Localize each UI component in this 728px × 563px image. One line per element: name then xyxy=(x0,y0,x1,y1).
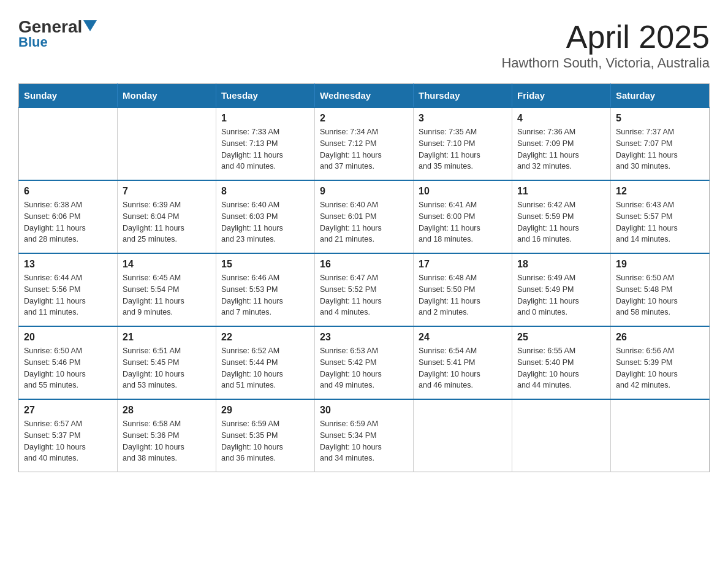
day-info: Sunrise: 6:48 AM Sunset: 5:50 PM Dayligh… xyxy=(419,272,507,318)
day-number: 1 xyxy=(221,113,309,124)
day-info: Sunrise: 6:55 AM Sunset: 5:40 PM Dayligh… xyxy=(517,345,605,391)
calendar-body: 1Sunrise: 7:33 AM Sunset: 7:13 PM Daylig… xyxy=(19,107,710,472)
day-number: 25 xyxy=(517,332,605,343)
day-of-week-header: Sunday xyxy=(19,84,118,108)
calendar-week-row: 20Sunrise: 6:50 AM Sunset: 5:46 PM Dayli… xyxy=(19,326,710,399)
day-number: 21 xyxy=(123,332,211,343)
calendar-cell: 24Sunrise: 6:54 AM Sunset: 5:41 PM Dayli… xyxy=(414,326,512,399)
calendar-cell xyxy=(19,107,118,180)
day-info: Sunrise: 6:45 AM Sunset: 5:54 PM Dayligh… xyxy=(123,272,211,318)
logo-general: General xyxy=(18,18,82,36)
day-number: 10 xyxy=(419,186,507,197)
calendar-cell: 16Sunrise: 6:47 AM Sunset: 5:52 PM Dayli… xyxy=(315,253,414,326)
day-info: Sunrise: 7:34 AM Sunset: 7:12 PM Dayligh… xyxy=(320,126,408,172)
day-info: Sunrise: 6:42 AM Sunset: 5:59 PM Dayligh… xyxy=(517,199,605,245)
day-number: 23 xyxy=(320,332,408,343)
calendar-cell: 11Sunrise: 6:42 AM Sunset: 5:59 PM Dayli… xyxy=(512,180,611,253)
calendar-week-row: 6Sunrise: 6:38 AM Sunset: 6:06 PM Daylig… xyxy=(19,180,710,253)
page-title: April 2025 xyxy=(501,18,710,55)
day-info: Sunrise: 6:59 AM Sunset: 5:35 PM Dayligh… xyxy=(221,418,309,464)
day-info: Sunrise: 7:33 AM Sunset: 7:13 PM Dayligh… xyxy=(221,126,309,172)
day-of-week-header: Friday xyxy=(512,84,611,108)
calendar-cell: 22Sunrise: 6:52 AM Sunset: 5:44 PM Dayli… xyxy=(216,326,315,399)
calendar-cell: 12Sunrise: 6:43 AM Sunset: 5:57 PM Dayli… xyxy=(611,180,710,253)
day-info: Sunrise: 6:49 AM Sunset: 5:49 PM Dayligh… xyxy=(517,272,605,318)
day-number: 26 xyxy=(616,332,704,343)
calendar-cell: 3Sunrise: 7:35 AM Sunset: 7:10 PM Daylig… xyxy=(414,107,512,180)
calendar-cell: 18Sunrise: 6:49 AM Sunset: 5:49 PM Dayli… xyxy=(512,253,611,326)
day-info: Sunrise: 6:52 AM Sunset: 5:44 PM Dayligh… xyxy=(221,345,309,391)
title-block: April 2025 Hawthorn South, Victoria, Aus… xyxy=(501,18,710,71)
calendar-cell: 28Sunrise: 6:58 AM Sunset: 5:36 PM Dayli… xyxy=(118,399,216,472)
calendar-cell: 9Sunrise: 6:40 AM Sunset: 6:01 PM Daylig… xyxy=(315,180,414,253)
calendar-table: SundayMondayTuesdayWednesdayThursdayFrid… xyxy=(18,83,710,472)
day-info: Sunrise: 7:37 AM Sunset: 7:07 PM Dayligh… xyxy=(616,126,704,172)
day-number: 17 xyxy=(419,259,507,270)
svg-marker-0 xyxy=(83,20,97,31)
day-info: Sunrise: 6:43 AM Sunset: 5:57 PM Dayligh… xyxy=(616,199,704,245)
day-info: Sunrise: 6:51 AM Sunset: 5:45 PM Dayligh… xyxy=(123,345,211,391)
calendar-cell: 25Sunrise: 6:55 AM Sunset: 5:40 PM Dayli… xyxy=(512,326,611,399)
day-number: 30 xyxy=(320,405,408,416)
day-info: Sunrise: 6:57 AM Sunset: 5:37 PM Dayligh… xyxy=(24,418,112,464)
day-of-week-header: Saturday xyxy=(611,84,710,108)
day-number: 5 xyxy=(616,113,704,124)
day-of-week-header: Monday xyxy=(118,84,216,108)
calendar-cell: 21Sunrise: 6:51 AM Sunset: 5:45 PM Dayli… xyxy=(118,326,216,399)
day-info: Sunrise: 6:50 AM Sunset: 5:48 PM Dayligh… xyxy=(616,272,704,318)
calendar-cell: 10Sunrise: 6:41 AM Sunset: 6:00 PM Dayli… xyxy=(414,180,512,253)
day-info: Sunrise: 6:39 AM Sunset: 6:04 PM Dayligh… xyxy=(123,199,211,245)
calendar-cell: 14Sunrise: 6:45 AM Sunset: 5:54 PM Dayli… xyxy=(118,253,216,326)
day-info: Sunrise: 6:38 AM Sunset: 6:06 PM Dayligh… xyxy=(24,199,112,245)
logo-triangle-icon xyxy=(83,20,97,31)
calendar-cell: 27Sunrise: 6:57 AM Sunset: 5:37 PM Dayli… xyxy=(19,399,118,472)
calendar-cell: 20Sunrise: 6:50 AM Sunset: 5:46 PM Dayli… xyxy=(19,326,118,399)
day-number: 18 xyxy=(517,259,605,270)
day-of-week-header: Tuesday xyxy=(216,84,315,108)
logo-blue: Blue xyxy=(18,34,48,50)
day-info: Sunrise: 7:36 AM Sunset: 7:09 PM Dayligh… xyxy=(517,126,605,172)
calendar-cell: 29Sunrise: 6:59 AM Sunset: 5:35 PM Dayli… xyxy=(216,399,315,472)
calendar-cell: 5Sunrise: 7:37 AM Sunset: 7:07 PM Daylig… xyxy=(611,107,710,180)
calendar-cell: 23Sunrise: 6:53 AM Sunset: 5:42 PM Dayli… xyxy=(315,326,414,399)
day-info: Sunrise: 6:50 AM Sunset: 5:46 PM Dayligh… xyxy=(24,345,112,391)
day-info: Sunrise: 6:40 AM Sunset: 6:01 PM Dayligh… xyxy=(320,199,408,245)
day-number: 7 xyxy=(123,186,211,197)
calendar-cell xyxy=(414,399,512,472)
calendar-cell: 17Sunrise: 6:48 AM Sunset: 5:50 PM Dayli… xyxy=(414,253,512,326)
calendar-cell: 13Sunrise: 6:44 AM Sunset: 5:56 PM Dayli… xyxy=(19,253,118,326)
day-info: Sunrise: 6:58 AM Sunset: 5:36 PM Dayligh… xyxy=(123,418,211,464)
day-info: Sunrise: 6:44 AM Sunset: 5:56 PM Dayligh… xyxy=(24,272,112,318)
calendar-cell xyxy=(512,399,611,472)
calendar-cell: 1Sunrise: 7:33 AM Sunset: 7:13 PM Daylig… xyxy=(216,107,315,180)
day-number: 11 xyxy=(517,186,605,197)
day-number: 22 xyxy=(221,332,309,343)
day-info: Sunrise: 6:56 AM Sunset: 5:39 PM Dayligh… xyxy=(616,345,704,391)
day-number: 19 xyxy=(616,259,704,270)
logo: General Blue xyxy=(18,18,97,50)
day-info: Sunrise: 6:53 AM Sunset: 5:42 PM Dayligh… xyxy=(320,345,408,391)
calendar-cell: 30Sunrise: 6:59 AM Sunset: 5:34 PM Dayli… xyxy=(315,399,414,472)
day-number: 13 xyxy=(24,259,112,270)
day-number: 3 xyxy=(419,113,507,124)
day-number: 15 xyxy=(221,259,309,270)
calendar-cell: 6Sunrise: 6:38 AM Sunset: 6:06 PM Daylig… xyxy=(19,180,118,253)
day-info: Sunrise: 6:41 AM Sunset: 6:00 PM Dayligh… xyxy=(419,199,507,245)
day-number: 14 xyxy=(123,259,211,270)
day-number: 8 xyxy=(221,186,309,197)
calendar-week-row: 13Sunrise: 6:44 AM Sunset: 5:56 PM Dayli… xyxy=(19,253,710,326)
calendar-cell: 19Sunrise: 6:50 AM Sunset: 5:48 PM Dayli… xyxy=(611,253,710,326)
day-number: 16 xyxy=(320,259,408,270)
calendar-week-row: 1Sunrise: 7:33 AM Sunset: 7:13 PM Daylig… xyxy=(19,107,710,180)
day-of-week-header: Wednesday xyxy=(315,84,414,108)
calendar-cell xyxy=(118,107,216,180)
calendar-week-row: 27Sunrise: 6:57 AM Sunset: 5:37 PM Dayli… xyxy=(19,399,710,472)
calendar-cell: 4Sunrise: 7:36 AM Sunset: 7:09 PM Daylig… xyxy=(512,107,611,180)
day-number: 12 xyxy=(616,186,704,197)
day-number: 24 xyxy=(419,332,507,343)
day-number: 4 xyxy=(517,113,605,124)
day-number: 27 xyxy=(24,405,112,416)
day-number: 2 xyxy=(320,113,408,124)
day-info: Sunrise: 7:35 AM Sunset: 7:10 PM Dayligh… xyxy=(419,126,507,172)
calendar-cell: 15Sunrise: 6:46 AM Sunset: 5:53 PM Dayli… xyxy=(216,253,315,326)
